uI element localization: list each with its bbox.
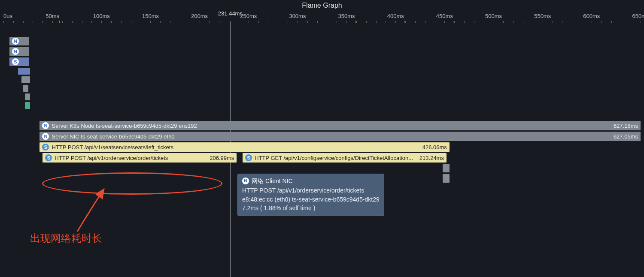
axis-tick: 350ms bbox=[346, 10, 363, 23]
span-label: HTTP POST /api/v1/orderservice/order/tic… bbox=[55, 155, 168, 161]
span-duration: 213.24ms bbox=[416, 155, 444, 161]
annotation-arrow-icon bbox=[73, 184, 112, 236]
axis-tick: 300ms bbox=[298, 10, 314, 23]
annotation-text: 出现网络耗时长 bbox=[30, 232, 102, 245]
service-icon: S bbox=[12, 58, 19, 65]
flame-span[interactable] bbox=[23, 85, 28, 92]
tooltip-title: 网络 Client NIC bbox=[252, 177, 293, 185]
service-icon: S bbox=[42, 144, 49, 151]
flame-span[interactable] bbox=[25, 93, 30, 100]
axis-tick: 0us bbox=[3, 10, 12, 23]
span-label: HTTP GET /api/v1/configservice/configs/D… bbox=[255, 155, 413, 161]
span-label: HTTP POST /api/v1/seatservice/seats/left… bbox=[52, 144, 173, 151]
flame-span[interactable] bbox=[25, 102, 30, 109]
span-duration: 627.05ms bbox=[610, 133, 638, 140]
flame-span[interactable] bbox=[443, 164, 450, 172]
axis-tick: 150ms bbox=[150, 10, 167, 23]
span-duration: 426.06ms bbox=[419, 144, 447, 151]
network-icon: N bbox=[242, 178, 249, 184]
network-icon: N bbox=[42, 122, 49, 129]
span-label: Server K8s Node ts-seat-service-b659c94d… bbox=[52, 123, 197, 129]
service-icon: S bbox=[45, 154, 52, 161]
flame-span[interactable]: N bbox=[9, 37, 29, 45]
span-duration: 206.99ms bbox=[206, 155, 234, 161]
flame-span[interactable] bbox=[25, 76, 30, 83]
axis-tick: 600ms bbox=[592, 10, 608, 23]
flame-span[interactable] bbox=[443, 174, 450, 183]
flame-span[interactable] bbox=[25, 68, 30, 75]
flame-span[interactable]: SHTTP POST /api/v1/seatservice/seats/lef… bbox=[39, 142, 449, 152]
flame-span[interactable]: SHTTP GET /api/v1/configservice/configs/… bbox=[243, 153, 447, 163]
playhead-label: 231.44ms bbox=[213, 10, 247, 17]
axis-tick: 500ms bbox=[494, 10, 510, 23]
tooltip-line: HTTP POST /api/v1/orderservice/order/tic… bbox=[242, 186, 380, 195]
network-icon: N bbox=[12, 48, 19, 55]
network-icon: N bbox=[12, 38, 19, 45]
axis-tick: 50ms bbox=[52, 10, 66, 23]
annotation-ellipse bbox=[42, 172, 222, 195]
timeline-axis[interactable]: 0us50ms100ms150ms200ms250ms300ms350ms400… bbox=[3, 10, 641, 23]
network-icon: N bbox=[42, 133, 49, 140]
tooltip-line: 7.2ms ( 1.88% of self time ) bbox=[242, 204, 380, 212]
axis-tick: 400ms bbox=[395, 10, 412, 23]
span-label: Server NIC ts-seat-service-b659c94d5-dkt… bbox=[52, 133, 174, 140]
axis-tick: 450ms bbox=[444, 10, 461, 23]
flame-span[interactable]: S bbox=[9, 57, 29, 66]
page-title: Flame Graph bbox=[0, 0, 644, 10]
flame-span[interactable]: SHTTP POST /api/v1/orderservice/order/ti… bbox=[43, 153, 237, 163]
span-duration: 627.18ms bbox=[610, 123, 638, 129]
axis-tick: 650ms bbox=[641, 10, 644, 23]
flame-span[interactable]: NServer NIC ts-seat-service-b659c94d5-dk… bbox=[39, 132, 641, 141]
tooltip-line: e8:48:ec:cc (eth0) ts-seat-service-b659c… bbox=[242, 195, 380, 204]
flame-span[interactable]: NServer K8s Node ts-seat-service-b659c94… bbox=[39, 121, 641, 130]
axis-tick: 250ms bbox=[249, 10, 265, 23]
axis-tick: 550ms bbox=[543, 10, 559, 23]
service-icon: S bbox=[245, 154, 252, 161]
span-tooltip: N 网络 Client NIC HTTP POST /api/v1/orders… bbox=[237, 174, 384, 216]
flame-span[interactable]: N bbox=[9, 47, 29, 56]
axis-tick: 100ms bbox=[101, 10, 118, 23]
